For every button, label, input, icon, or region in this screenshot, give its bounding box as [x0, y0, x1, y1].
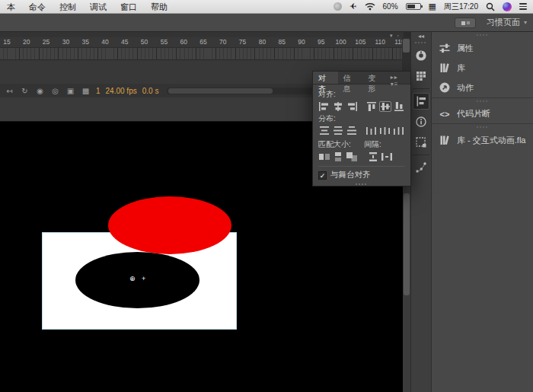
ruler-frame-number: 80 [259, 38, 266, 46]
library-icon [439, 62, 451, 74]
menu-window[interactable]: 窗口 [113, 0, 144, 14]
timeline-header: ▾ ▫ [0, 32, 404, 37]
timeline-frames-row[interactable] [0, 47, 402, 60]
ruler-frame-number: 110 [375, 38, 385, 46]
align-bottom-button[interactable] [393, 101, 405, 112]
siri-icon[interactable] [503, 2, 512, 11]
distribute-vertical-center-button[interactable] [332, 126, 344, 136]
keyboard-grid-icon[interactable]: ▦ [429, 2, 436, 11]
align-horizontal-center-button[interactable] [332, 101, 344, 112]
align-right-button[interactable] [346, 101, 358, 112]
info-panel-icon[interactable] [413, 113, 429, 130]
ruler-frame-number: 30 [62, 38, 69, 46]
panel-label: 属性 [457, 43, 474, 54]
distribute-right-button[interactable] [393, 126, 405, 136]
panel-label: 代码片断 [457, 108, 490, 120]
ruler-frame-number: 15 [3, 38, 10, 46]
align-vertical-center-button[interactable] [379, 101, 391, 112]
space-section-label: 间隔: [364, 139, 381, 150]
frame-rate-value[interactable]: 24.00 fps [106, 87, 137, 95]
ruler-frame-number: 65 [199, 38, 206, 46]
ruler-frame-number: 35 [81, 38, 88, 46]
align-panel-icon[interactable] [413, 93, 429, 110]
align-left-button[interactable] [318, 101, 330, 112]
distribute-horizontal-center-button[interactable] [379, 126, 391, 136]
panel-group-grip[interactable] [477, 34, 489, 36]
distribute-left-button[interactable] [365, 126, 378, 136]
menubar-clock[interactable]: 周三17:20 [444, 2, 478, 12]
panel-label: 库 [457, 62, 465, 74]
edit-multiple-frames-icon[interactable]: ▣ [65, 87, 75, 95]
fingerprint-icon[interactable] [334, 2, 342, 11]
distribute-bottom-button[interactable] [346, 126, 358, 136]
transform-panel-icon[interactable] [413, 134, 429, 151]
spotlight-search-icon[interactable] [486, 2, 495, 11]
panel-item-code-snippets[interactable]: <> 代码片断 [432, 104, 533, 123]
macos-menubar: 本 命令 控制 调试 窗口 帮助 ✈ 60% ▦ 周三17:20 [0, 0, 533, 14]
tab-info[interactable]: 信息 [338, 72, 363, 84]
tab-align[interactable]: 对齐 [313, 72, 338, 84]
loop-icon[interactable]: ↻ [20, 87, 30, 95]
application-window: 本 命令 控制 调试 窗口 帮助 ✈ 60% ▦ 周三17:20 [0, 0, 533, 392]
swatches-panel-icon[interactable] [413, 68, 429, 84]
motion-editor-panel-icon[interactable] [413, 159, 429, 176]
ruler-frame-number: 55 [161, 38, 168, 46]
checkbox-label: 与舞台对齐 [330, 170, 371, 180]
ruler-frame-number: 95 [318, 38, 324, 46]
panel-label: 动作 [457, 82, 474, 94]
menu-text[interactable]: 本 [0, 0, 22, 14]
library-icon [439, 134, 451, 146]
match-width-button[interactable] [318, 151, 330, 162]
panel-group-grip[interactable] [477, 126, 489, 128]
distribute-top-button[interactable] [318, 126, 330, 136]
bird-app-icon[interactable]: ✈ [349, 2, 356, 11]
align-section-label: 对齐: [318, 89, 405, 100]
workspace-switcher[interactable]: 习惯页面 ▾ [487, 17, 527, 28]
red-ellipse-shape[interactable] [108, 196, 231, 254]
panel-item-library-document[interactable]: 库 - 交互式动画.fla [432, 130, 533, 150]
properties-icon [439, 42, 451, 54]
checkbox-check-icon: ✓ [318, 171, 327, 180]
ruler-frame-number: 115 [394, 38, 402, 46]
panel-resize-grip[interactable] [356, 183, 368, 185]
control-center-icon[interactable] [519, 3, 527, 10]
ruler-frame-number: 40 [101, 38, 108, 46]
center-frame-icon[interactable]: ↤ [5, 87, 14, 95]
dock-grip-handle[interactable] [415, 42, 427, 43]
color-panel-icon[interactable] [413, 47, 429, 64]
ruler-frame-number: 60 [180, 38, 187, 46]
workspace-icon-button[interactable] [455, 18, 476, 28]
space-vertical-button[interactable] [367, 151, 379, 162]
menu-control[interactable]: 控制 [53, 0, 83, 14]
panel-item-actions[interactable]: 动作 [432, 78, 533, 97]
align-top-button[interactable] [365, 101, 378, 112]
app-titlebar: 习惯页面 ▾ [0, 14, 533, 32]
modify-markers-icon[interactable]: ▩ [81, 87, 91, 95]
match-height-button[interactable] [332, 151, 344, 162]
align-to-stage-checkbox[interactable]: ✓ 与舞台对齐 [318, 170, 405, 180]
ruler-frame-number: 75 [239, 38, 246, 46]
wifi-icon[interactable] [365, 2, 375, 11]
match-size-section-label: 匹配大小: [318, 139, 358, 150]
menu-commands[interactable]: 命令 [22, 0, 53, 14]
timeline-ruler[interactable]: 1520253035404550556065707580859095100105… [0, 37, 402, 47]
tab-transform[interactable]: 变形 [362, 72, 388, 84]
panel-item-library[interactable]: 库 [432, 58, 533, 78]
transform-point-and-cursor: ⊕ + [129, 275, 148, 282]
panel-menu-icon[interactable]: ▾≡ [391, 81, 399, 88]
panel-item-properties[interactable]: 属性 [432, 38, 533, 58]
menu-help[interactable]: 帮助 [144, 0, 174, 14]
space-horizontal-button[interactable] [381, 151, 393, 162]
expand-panel-icon[interactable]: ▸▸ [391, 74, 398, 81]
battery-percent: 60% [383, 2, 398, 11]
onion-skin-outline-icon[interactable]: ◎ [50, 87, 60, 95]
current-frame-value[interactable]: 1 [96, 87, 101, 95]
onion-skin-icon[interactable]: ◉ [35, 87, 45, 95]
ruler-frame-number: 70 [219, 38, 226, 46]
ruler-frame-number: 45 [121, 38, 128, 46]
collapse-dock-icon[interactable]: ◂◂ [411, 32, 431, 40]
code-snippets-icon: <> [439, 110, 451, 119]
menu-debug[interactable]: 调试 [83, 0, 113, 14]
panel-group-grip[interactable] [477, 100, 489, 102]
match-width-height-button[interactable] [346, 151, 358, 162]
